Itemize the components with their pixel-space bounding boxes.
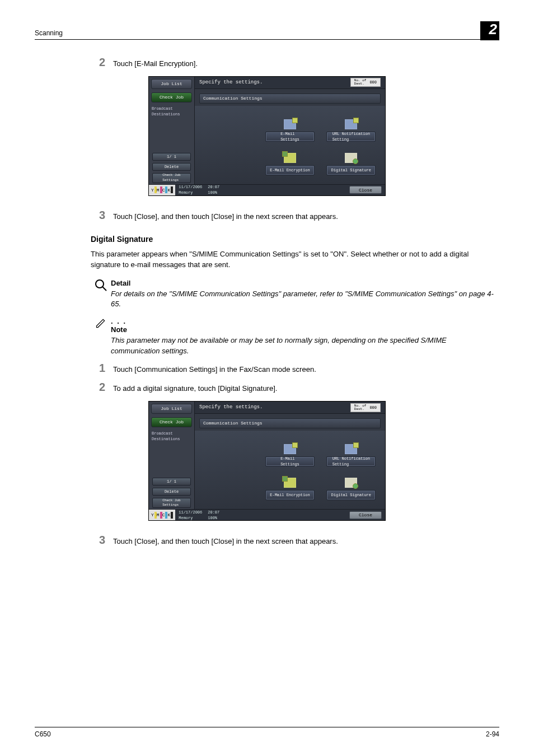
button-grid: E-Mail Settings URL Notification Setting… bbox=[195, 431, 385, 509]
tab-check-job[interactable]: Check Job bbox=[151, 417, 192, 427]
url-notification-icon bbox=[345, 444, 357, 454]
screenshot-comm-settings-2: Job List Check Job Broadcast Destination… bbox=[148, 401, 386, 521]
tab-check-job[interactable]: Check Job bbox=[151, 92, 192, 102]
note-block: . . . Note This parameter may not be ava… bbox=[91, 318, 494, 356]
step-text: Touch [Close], and then touch [Close] in… bbox=[113, 209, 338, 222]
sub-header: Communication Settings bbox=[199, 94, 381, 104]
dest-count-badge: No. of Dest. 000 bbox=[350, 403, 381, 412]
tab-job-list[interactable]: Job List bbox=[151, 79, 192, 89]
screenshot-comm-settings-1: Job List Check Job Broadcast Destination… bbox=[148, 76, 386, 196]
side-panel: Job List Check Job Broadcast Destination… bbox=[149, 402, 195, 509]
step-text: Touch [Communication Settings] in the Fa… bbox=[113, 362, 316, 375]
button-grid: E-Mail Settings URL Notification Setting… bbox=[195, 106, 385, 184]
dest-count-badge: No. of Dest. 000 bbox=[350, 78, 381, 87]
url-notification-button[interactable]: URL Notification Setting bbox=[326, 132, 376, 142]
email-encryption-icon bbox=[284, 153, 296, 163]
step-text: Touch [E-Mail Encryption]. bbox=[113, 57, 198, 69]
detail-text: For details on the "S/MIME Communication… bbox=[111, 289, 494, 310]
toner-levels: Y M C K bbox=[149, 185, 175, 195]
panel-footer: Y M C K 11/17/2006Memory 20:07100% Close bbox=[149, 509, 385, 520]
detail-heading: Detail bbox=[111, 278, 494, 289]
delete-button[interactable]: Delete bbox=[152, 163, 191, 171]
url-notification-icon bbox=[345, 119, 357, 129]
detail-block: Detail For details on the "S/MIME Commun… bbox=[91, 278, 494, 310]
page: Scanning 2 2 Touch [E-Mail Encryption]. … bbox=[0, 0, 534, 756]
step-1b: 1 Touch [Communication Settings] in the … bbox=[91, 362, 494, 375]
email-encryption-button[interactable]: E-Mail Encryption bbox=[265, 165, 315, 175]
email-settings-icon bbox=[284, 119, 296, 129]
broadcast-label: Broadcast Destinations bbox=[149, 428, 194, 444]
page-number-badge: 2 bbox=[480, 22, 499, 38]
step-number: 1 bbox=[91, 362, 113, 374]
note-heading: Note bbox=[111, 325, 494, 335]
step-3a: 3 Touch [Close], and then touch [Close] … bbox=[91, 209, 494, 222]
step-number: 3 bbox=[91, 209, 113, 221]
email-settings-button[interactable]: E-Mail Settings bbox=[265, 132, 315, 142]
heading-digital-signature: Digital Signature bbox=[91, 234, 494, 245]
pager: 1/ 1 bbox=[152, 478, 191, 486]
digital-signature-icon bbox=[345, 153, 357, 163]
panel-header: Specify the settings. No. of Dest. 000 bbox=[195, 77, 385, 89]
panel-title: Specify the settings. bbox=[199, 404, 263, 411]
close-button[interactable]: Close bbox=[349, 511, 382, 519]
toner-levels: Y M C K bbox=[149, 510, 175, 520]
step-number: 3 bbox=[91, 534, 113, 545]
page-label: 2-94 bbox=[486, 730, 499, 739]
side-panel: Job List Check Job Broadcast Destination… bbox=[149, 77, 195, 184]
pager: 1/ 1 bbox=[152, 153, 191, 161]
email-settings-button[interactable]: E-Mail Settings bbox=[265, 456, 315, 466]
delete-button[interactable]: Delete bbox=[152, 488, 191, 496]
page-header: Scanning 2 bbox=[35, 22, 499, 40]
paragraph: This parameter appears when "S/MIME Comm… bbox=[91, 249, 494, 270]
digital-signature-icon bbox=[345, 478, 357, 488]
dots-icon: . . . bbox=[111, 317, 127, 325]
page-footer: C650 2-94 bbox=[35, 727, 499, 739]
email-settings-icon bbox=[284, 444, 296, 454]
step-2a: 2 Touch [E-Mail Encryption]. bbox=[91, 57, 494, 69]
tab-job-list[interactable]: Job List bbox=[151, 404, 192, 414]
panel-footer: Y M C K 11/17/2006Memory 20:07100% Close bbox=[149, 184, 385, 195]
step-text: To add a digital signature, touch [Digit… bbox=[113, 381, 277, 394]
step-number: 2 bbox=[91, 381, 113, 393]
email-encryption-button[interactable]: E-Mail Encryption bbox=[265, 490, 315, 500]
pencil-icon bbox=[95, 318, 106, 329]
broadcast-label: Broadcast Destinations bbox=[149, 104, 194, 119]
digital-signature-button[interactable]: Digital Signature bbox=[326, 165, 376, 175]
digital-signature-button[interactable]: Digital Signature bbox=[326, 490, 376, 500]
email-encryption-icon bbox=[284, 478, 296, 488]
check-job-settings-button[interactable]: Check Job Settings bbox=[152, 498, 191, 508]
panel-title: Specify the settings. bbox=[199, 79, 263, 86]
magnifier-icon bbox=[94, 278, 107, 292]
svg-point-0 bbox=[96, 280, 104, 288]
check-job-settings-button[interactable]: Check Job Settings bbox=[152, 173, 191, 183]
sub-header: Communication Settings bbox=[199, 418, 381, 428]
section-title: Scanning bbox=[35, 29, 63, 38]
step-3b: 3 Touch [Close], and then touch [Close] … bbox=[91, 534, 494, 547]
panel-header: Specify the settings. No. of Dest. 000 bbox=[195, 402, 385, 414]
close-button[interactable]: Close bbox=[349, 186, 382, 194]
model-label: C650 bbox=[35, 730, 51, 739]
svg-line-1 bbox=[102, 287, 106, 291]
step-number: 2 bbox=[91, 57, 113, 68]
url-notification-button[interactable]: URL Notification Setting bbox=[326, 456, 376, 466]
step-text: Touch [Close], and then touch [Close] in… bbox=[113, 534, 338, 547]
note-text: This parameter may not be available or m… bbox=[111, 335, 494, 357]
step-2b: 2 To add a digital signature, touch [Dig… bbox=[91, 381, 494, 394]
